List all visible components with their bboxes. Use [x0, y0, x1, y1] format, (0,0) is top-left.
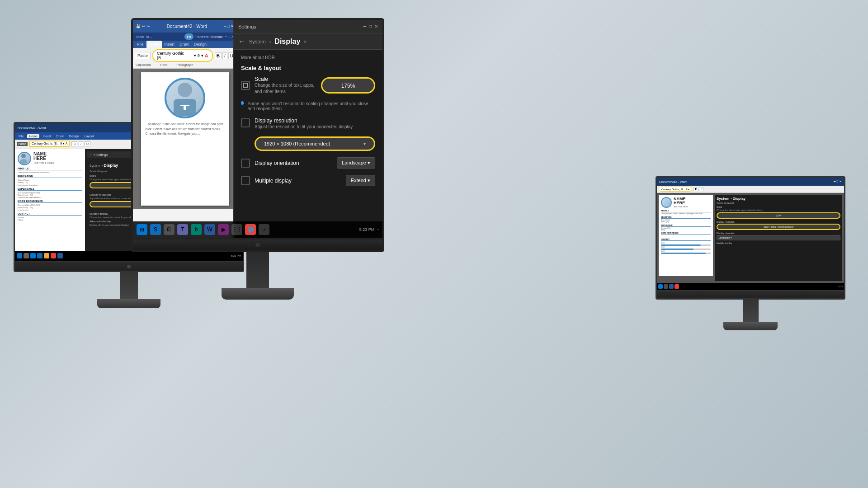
center-font-a: A [205, 53, 208, 58]
left-tab-insert[interactable]: Insert [41, 134, 53, 138]
center-settings-titlebar: Settings ━ □ ✕ [234, 20, 382, 33]
center-stand-base [222, 288, 294, 300]
right-word-area: NAME HERE JOB TITLE HERE PROFILE Lorem i… [657, 193, 844, 283]
center-task-view-btn[interactable]: 🗓 [164, 224, 175, 235]
center-settings-content: More about HDR Scale & layout Scale Chan… [234, 50, 382, 239]
left-education-header: EDUCATION [18, 175, 82, 178]
right-chrome-btn[interactable] [675, 284, 679, 289]
center-start-btn[interactable]: ⊞ [137, 224, 147, 235]
right-resolution-dropdown[interactable]: 868 × 488 (Recommended) [717, 224, 840, 230]
center-word-btn[interactable]: W [204, 224, 215, 235]
center-taskbar: ⊞ S 🗓 T b W ▶ ⋮⋮ 🌐 ♪ 5:23 PM ^ [133, 221, 382, 238]
center-paste-btn[interactable]: Paste [135, 52, 151, 59]
center-display-title: Display [274, 38, 300, 46]
right-search-btn[interactable] [664, 284, 668, 289]
center-file-tab[interactable]: File [135, 41, 146, 48]
center-design-tab[interactable]: Design [192, 41, 209, 48]
left-job-title: JOB TITLE HERE [33, 162, 55, 164]
center-bold-btn[interactable]: B [215, 52, 222, 59]
left-tab-layout[interactable]: Layout [83, 134, 96, 138]
center-paragraph-label: Paragraph [176, 63, 193, 67]
center-font-name: Century Gothic (B... [157, 51, 193, 60]
center-italic-btn[interactable]: I [222, 52, 227, 59]
center-music-btn[interactable]: ♪ [259, 224, 269, 235]
left-paste-btn[interactable]: Paste [17, 142, 28, 146]
center-draw-tab[interactable]: Draw [177, 41, 191, 48]
left-italic-btn[interactable]: I [79, 141, 83, 146]
center-settings-panel: Settings ━ □ ✕ ← System › Display ≡ More… [233, 20, 382, 239]
center-power-led [255, 243, 260, 247]
svg-point-2 [178, 83, 192, 97]
center-scale-row: Scale Change the size of text, apps, and… [241, 76, 375, 95]
left-bold-btn[interactable]: B [71, 141, 77, 146]
center-settings-back-btn[interactable]: ← [238, 38, 245, 46]
center-clipboard-label: Clipboard [136, 63, 151, 67]
left-font-name: Century Gothic (B... 9 ▾ A [32, 142, 67, 145]
center-search-btn[interactable]: S [150, 224, 161, 235]
center-home-tab[interactable]: Home [146, 41, 162, 48]
center-resolution-dropdown-area: 868 × 488 (Recommended) ▾ [255, 136, 375, 151]
left-display-title: Display [104, 163, 118, 168]
center-font-area: Century Gothic (B... ▾ 9 ▾ A [152, 49, 213, 62]
center-font-selector[interactable]: Century Gothic (B... ▾ 9 ▾ A [152, 49, 213, 62]
center-multiple-display-dropdown[interactable]: Extend ▾ [346, 175, 375, 186]
center-font-size: 9 [198, 53, 200, 58]
left-stand-neck [120, 272, 138, 299]
center-font-label: Font [160, 63, 167, 67]
right-orientation-dropdown[interactable]: Landscape ▾ [717, 235, 840, 240]
left-tab-draw[interactable]: Draw [54, 134, 65, 138]
right-toolbar: Century Gothic, B... 9 ▾ B I [657, 186, 844, 193]
left-chrome-btn[interactable] [51, 253, 56, 258]
left-tab-file[interactable]: File [17, 134, 25, 138]
center-table-tools-bar: Table To... FH Faheem Hussain ━ □ ✕ [133, 33, 237, 41]
right-start-btn[interactable] [658, 284, 663, 289]
svg-point-1 [20, 159, 27, 164]
center-bing-btn[interactable]: b [191, 224, 202, 235]
left-bezel-bottom [14, 262, 244, 272]
right-resume-page: NAME HERE JOB TITLE HERE PROFILE Lorem i… [659, 195, 713, 276]
center-settings-nav: ← System › Display ≡ [234, 33, 382, 50]
left-power-led [127, 265, 131, 268]
left-profile-header: PROFILE [18, 167, 82, 170]
right-font-selector[interactable]: Century Gothic, B... 9 ▾ [659, 187, 692, 192]
center-teams-btn[interactable]: T [177, 224, 188, 235]
left-search-btn[interactable] [24, 253, 29, 258]
left-folder-btn[interactable] [44, 253, 49, 258]
center-more-hdr-link[interactable]: More about HDR [241, 55, 375, 60]
left-settings-nav: ← ≡ Settings [90, 153, 108, 156]
center-insert-tab[interactable]: Insert [162, 41, 177, 48]
right-stand-base [723, 322, 778, 330]
left-ie-btn[interactable] [30, 253, 36, 258]
left-resume-name2: HERE [33, 156, 55, 161]
center-resolution-row: Display resolution Adjust the resolution… [241, 117, 375, 130]
center-monitor-screen: 💾 ↩ ↪ Document42 - Word ━ □ ✕ Table To..… [131, 18, 384, 239]
left-word-btn[interactable] [57, 253, 63, 258]
left-edge-btn[interactable] [37, 253, 42, 258]
center-orientation-dropdown[interactable]: Landscape ▾ [337, 157, 375, 169]
center-scale-dropdown[interactable]: 175% [321, 77, 375, 94]
center-stream-btn[interactable]: ▶ [218, 224, 229, 235]
center-resolution-label: Display resolution [255, 117, 375, 124]
right-italic-btn[interactable]: I [700, 187, 703, 191]
center-apps-btn[interactable]: ⋮⋮ [231, 224, 242, 235]
svg-rect-4 [180, 105, 189, 106]
right-bold-btn[interactable]: B [693, 187, 698, 191]
left-contact-header: CONTACT [18, 212, 82, 216]
svg-rect-5 [184, 106, 186, 110]
center-resolution-dropdown[interactable]: 868 × 488 (Recommended) ▾ [255, 136, 375, 151]
left-tab-design[interactable]: Design [67, 134, 81, 138]
right-monitor: Document42 - Word ━ □ ✕ Century Gothic, … [656, 176, 845, 303]
left-more-exp-header: MORE EXPERIENCE [18, 200, 82, 203]
center-ribbon-tabs: File Home Insert Draw Design [133, 41, 237, 48]
right-word-btn[interactable] [669, 284, 674, 289]
center-chrome-btn[interactable]: 🌐 [245, 224, 256, 235]
right-scale-dropdown[interactable]: 100% [717, 212, 840, 219]
center-bezel-bottom [131, 239, 384, 252]
center-doc-area: ...an image in the document. Select the … [133, 69, 237, 209]
left-start-btn[interactable] [17, 253, 22, 258]
left-font-selector[interactable]: Century Gothic (B... 9 ▾ A [29, 141, 70, 147]
left-tab-home[interactable]: Home [27, 134, 39, 138]
right-titlebar: Document42 - Word ━ □ ✕ [657, 178, 844, 186]
center-hamburger[interactable]: ≡ [304, 39, 306, 44]
left-underline-btn[interactable]: U [85, 141, 90, 146]
